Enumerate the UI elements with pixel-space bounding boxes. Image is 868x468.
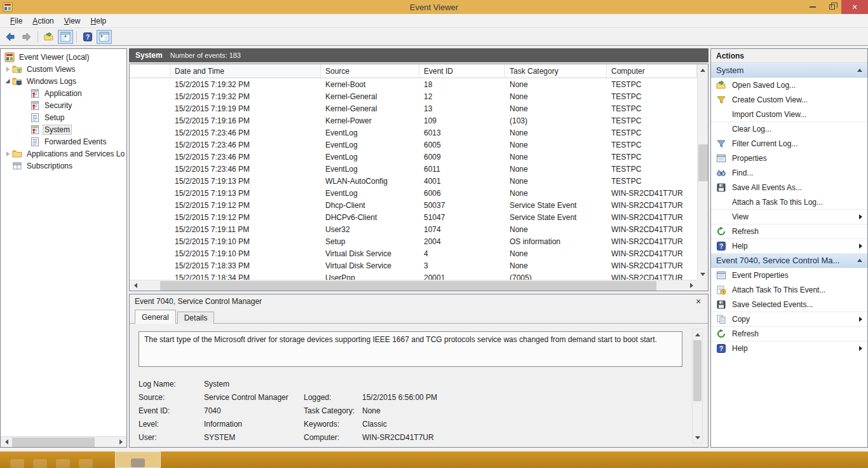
taskbar-icon [131,458,145,467]
tree-horizontal-scrollbar[interactable] [1,436,126,447]
expand-icon[interactable] [4,66,11,72]
events-horizontal-scrollbar[interactable] [130,280,697,291]
tree-item-windows-logs[interactable]: Windows Logs [1,75,126,87]
action-properties[interactable]: Properties [711,151,867,165]
taskbar-icon[interactable] [56,459,70,468]
back-button[interactable] [3,30,18,44]
column-header-source[interactable]: Source [321,64,419,78]
actions-section-system-header[interactable]: System [711,63,867,78]
column-header-computer[interactable]: Computer [607,64,697,78]
scroll-up-arrow[interactable] [698,65,708,74]
tree-item-custom-views[interactable]: Custom Views [1,63,126,75]
action-create-custom-view[interactable]: Create Custom View... [711,92,867,107]
scroll-left-arrow[interactable] [131,280,140,291]
column-header-date[interactable]: Date and Time [170,64,321,78]
action-clear-log[interactable]: Clear Log... [711,121,867,136]
tree-item-forwarded-events[interactable]: Forwarded Events [1,135,126,148]
toggle-action-pane-button[interactable] [97,30,112,44]
menu-view[interactable]: View [59,15,86,27]
field-value: Classic [362,417,682,430]
expand-icon[interactable] [4,151,11,157]
scroll-left-arrow[interactable] [2,437,11,447]
tree-item-setup[interactable]: Setup [1,111,126,123]
collapse-icon[interactable] [4,78,11,85]
scroll-down-arrow[interactable] [698,270,708,279]
actions-section-event-header[interactable]: Event 7040, Service Control Ma... [711,253,867,268]
table-row[interactable]: 15/2/2015 7:19:12 PM DHCPv6-Client 51047… [130,211,697,223]
tree-item-application[interactable]: Application [1,87,126,99]
tab-general[interactable]: General [135,310,176,324]
scrollbar-thumb[interactable] [160,281,656,291]
table-row[interactable]: 15/2/2015 7:18:34 PM UserPnp 20001 (7005… [130,272,697,280]
table-row[interactable]: 15/2/2015 7:18:33 PM Virtual Disk Servic… [130,259,697,272]
action-refresh-event[interactable]: Refresh [711,326,867,341]
action-view-submenu[interactable]: View [711,209,867,224]
table-row[interactable]: 15/2/2015 7:19:13 PM EventLog 6006 None … [130,187,697,199]
action-copy-submenu[interactable]: Copy [711,312,867,326]
menu-action[interactable]: Action [27,15,58,27]
forward-button[interactable] [19,30,34,44]
preview-close-button[interactable]: × [693,296,704,307]
action-attach-task-to-event[interactable]: Attach Task To This Event... [711,282,867,297]
action-find[interactable]: Find... [711,165,867,180]
events-vertical-scrollbar[interactable] [697,64,708,280]
help-button[interactable] [80,30,95,44]
menu-help[interactable]: Help [86,15,112,27]
restore-button[interactable] [822,0,841,14]
minimize-button[interactable] [803,0,822,14]
table-row[interactable]: 15/2/2015 7:19:32 PM Kernel-Boot 18 None… [130,78,697,90]
table-row[interactable]: 15/2/2015 7:19:32 PM Kernel-General 12 N… [130,90,697,102]
scrollbar-thumb[interactable] [698,144,708,181]
taskbar-active-app-button[interactable] [115,451,161,468]
preview-vertical-scrollbar[interactable] [692,329,703,443]
taskbar-icon[interactable] [33,459,47,468]
scrollbar-thumb[interactable] [12,437,95,447]
column-header-event-id[interactable]: Event ID [419,64,505,78]
tree-item-applications-and-services-logs[interactable]: Applications and Services Lo [1,148,126,160]
action-filter-current-log[interactable]: Filter Current Log... [711,136,867,151]
table-row[interactable]: 15/2/2015 7:23:46 PM EventLog 6009 None … [130,151,697,163]
scroll-right-arrow[interactable] [116,437,125,447]
table-row[interactable]: 15/2/2015 7:19:10 PM Setup 2004 OS infor… [130,235,697,247]
close-button[interactable]: × [841,0,868,14]
scroll-up-arrow[interactable] [693,331,702,338]
tree-item-event-viewer-local[interactable]: Event Viewer (Local) [1,51,126,63]
event-computer: WIN-SR2CD41T7UR [607,201,697,210]
table-row[interactable]: 15/2/2015 7:23:46 PM EventLog 6011 None … [130,163,697,175]
scrollbar-thumb[interactable] [693,340,702,401]
column-header-task-category[interactable]: Task Category [505,64,607,78]
action-event-properties[interactable]: Event Properties [711,268,867,282]
submenu-arrow-icon [859,346,862,351]
tree-item-security[interactable]: Security [1,99,126,111]
table-row[interactable]: 15/2/2015 7:19:19 PM Kernel-General 13 N… [130,102,697,114]
tree-item-system[interactable]: System [1,123,126,135]
action-help-submenu[interactable]: Help [711,238,867,253]
taskbar-icon[interactable] [79,459,93,468]
action-open-saved-log[interactable]: Open Saved Log... [711,78,867,92]
field-label: Log Name: [139,377,204,390]
scroll-down-arrow[interactable] [693,434,702,441]
table-row[interactable]: 15/2/2015 7:19:13 PM WLAN-AutoConfig 400… [130,175,697,187]
open-saved-log-button[interactable] [41,30,57,44]
event-message[interactable]: The start type of the Microsoft driver f… [139,331,682,367]
table-row[interactable]: 15/2/2015 7:19:10 PM Virtual Disk Servic… [130,247,697,259]
action-attach-task-to-log[interactable]: Attach a Task To this Log... [711,195,867,209]
scroll-right-arrow[interactable] [687,280,696,291]
toggle-console-tree-button[interactable] [58,30,73,44]
tab-details[interactable]: Details [177,312,215,324]
table-row[interactable]: 15/2/2015 7:23:46 PM EventLog 6005 None … [130,139,697,151]
taskbar-icon[interactable] [10,459,24,468]
action-import-custom-view[interactable]: Import Custom View... [711,107,867,121]
menu-file[interactable]: File [5,15,27,27]
table-row[interactable]: 15/2/2015 7:23:46 PM EventLog 6013 None … [130,127,697,139]
action-help-event-submenu[interactable]: Help [711,341,867,355]
table-row[interactable]: 15/2/2015 7:19:12 PM Dhcp-Client 50037 S… [130,199,697,211]
action-refresh[interactable]: Refresh [711,224,867,238]
table-row[interactable]: 15/2/2015 7:19:11 PM User32 1074 None WI… [130,223,697,235]
tree-item-subscriptions[interactable]: Subscriptions [1,160,126,172]
action-save-all-events-as[interactable]: Save All Events As... [711,180,867,195]
event-computer: TESTPC [607,116,697,125]
column-header-level[interactable] [130,64,170,78]
action-save-selected-events[interactable]: Save Selected Events... [711,297,867,312]
table-row[interactable]: 15/2/2015 7:19:16 PM Kernel-Power 109 (1… [130,114,697,127]
